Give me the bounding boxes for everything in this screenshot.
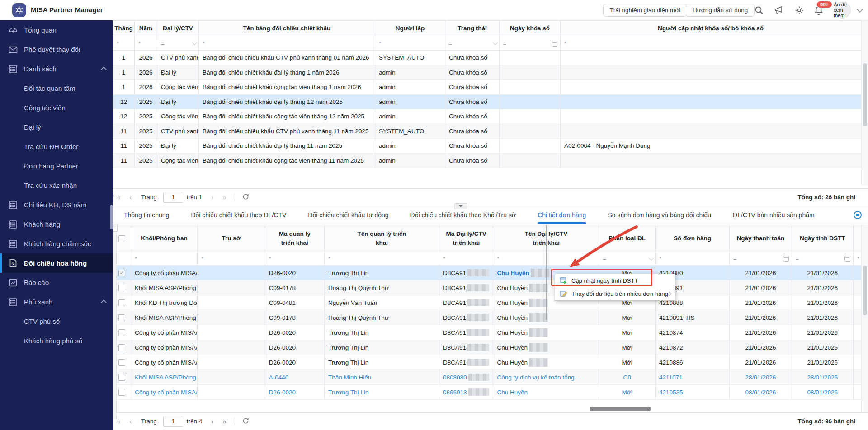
- horizontal-scrollbar-thumb[interactable]: [590, 407, 651, 411]
- table-row[interactable]: 12026Cộng tác viênBảng đối chiếu chiết k…: [113, 80, 861, 95]
- row-checkbox[interactable]: [118, 299, 125, 306]
- table-row[interactable]: 112025Cộng tác viênBảng đối chiếu chiết …: [113, 154, 861, 168]
- row-checkbox[interactable]: [118, 344, 125, 351]
- row-checkbox[interactable]: [118, 285, 125, 291]
- filter-operator[interactable]: *: [138, 40, 141, 47]
- filter-operator[interactable]: *: [379, 40, 381, 47]
- sidebar-item-oi-tac-quan-tam[interactable]: Đối tác quan tâm: [0, 79, 113, 98]
- filter-operator[interactable]: *: [564, 40, 566, 47]
- table-row[interactable]: 112025Đại lýBảng đối chiếu chiết khấu đạ…: [113, 139, 861, 154]
- sidebar-item-khach-hang[interactable]: Khách hàng: [0, 215, 113, 234]
- filter-operator[interactable]: *: [659, 255, 661, 262]
- top-column-header[interactable]: Năm: [135, 21, 157, 36]
- filter-operator[interactable]: =: [603, 255, 606, 262]
- table-row[interactable]: 122025Cộng tác viênBảng đối chiếu chiết …: [113, 109, 861, 124]
- tab-1[interactable]: Đối chiếu chiết khấu theo ĐL/CTV: [191, 206, 286, 224]
- bottom-filter-cell[interactable]: =: [792, 252, 854, 265]
- sidebar-collapse-icon[interactable]: ‹: [113, 190, 117, 201]
- next-page-icon[interactable]: ›: [207, 193, 218, 201]
- bottom-filter-cell[interactable]: =: [599, 252, 655, 265]
- chevron-up-icon[interactable]: [101, 299, 107, 305]
- sidebar-item-tra-cuu-h-order[interactable]: Tra cứu ĐH Order: [0, 137, 113, 156]
- top-filter-cell[interactable]: *: [135, 37, 157, 50]
- top-column-header[interactable]: Người lập: [375, 21, 445, 36]
- app-logo[interactable]: [12, 3, 26, 17]
- bottom-column-header[interactable]: Tên quản lý triển khai: [325, 225, 439, 252]
- bottom-filter-cell[interactable]: *: [854, 252, 861, 265]
- chevron-down-icon[interactable]: [493, 40, 498, 45]
- filter-operator[interactable]: *: [117, 40, 119, 47]
- filter-operator[interactable]: *: [135, 255, 137, 262]
- top-column-header[interactable]: Tháng: [113, 21, 135, 36]
- row-checkbox[interactable]: [118, 359, 125, 366]
- sidebar-item-phe-duyet-thay-oi[interactable]: Phê duyệt thay đổi: [0, 40, 113, 59]
- sidebar-item-danh-sach[interactable]: Danh sách: [0, 59, 113, 79]
- bottom-column-header[interactable]: Khối/Phòng ban: [131, 225, 198, 252]
- table-row[interactable]: ✓Công ty cổ phần MISA/Khối ...D26-0020Tr…: [113, 266, 861, 280]
- sidebar-item-oi-chieu-hoa-hong[interactable]: Đối chiếu hoa hồng: [0, 253, 113, 273]
- refresh-icon[interactable]: [240, 417, 251, 425]
- calendar-icon[interactable]: [844, 256, 850, 262]
- filter-operator[interactable]: *: [201, 255, 203, 262]
- row-checkbox[interactable]: [118, 374, 125, 381]
- top-column-header[interactable]: Tên bảng đối chiếu chiết khấu: [199, 21, 375, 36]
- frozen-pane-handle[interactable]: [113, 225, 118, 232]
- sidebar-item-khach-hang-phu-so[interactable]: Khách hàng phủ số: [0, 331, 113, 351]
- sidebar-item-ai-ly[interactable]: Đại lý: [0, 117, 113, 137]
- bottom-filter-cell[interactable]: =: [730, 252, 792, 265]
- bottom-filter-cell[interactable]: *: [325, 252, 439, 265]
- row-checkbox[interactable]: [118, 329, 125, 336]
- search-icon[interactable]: [754, 5, 764, 15]
- table-row[interactable]: Công ty cổ phần MISA/Khối ...D26-0020Trư…: [113, 340, 861, 355]
- sidebar-item-tong-quan[interactable]: Tổng quan: [0, 20, 113, 40]
- top-column-header[interactable]: Ngày khóa sổ: [500, 21, 561, 36]
- filter-operator[interactable]: =: [161, 40, 165, 47]
- sidebar-item-ctv-phu-so[interactable]: CTV phủ số: [0, 312, 113, 331]
- sidebar-item-on-hang-partner[interactable]: Đơn hàng Partner: [0, 156, 113, 176]
- page-input[interactable]: [163, 192, 183, 203]
- filter-operator[interactable]: *: [497, 255, 499, 262]
- tab-5[interactable]: So sánh đơn hàng và bảng đối chiếu: [608, 206, 711, 224]
- page-input[interactable]: [163, 416, 183, 427]
- bottom-filter-cell[interactable]: *: [656, 252, 730, 265]
- sidebar-item-cong-tac-vien[interactable]: Cộng tác viên: [0, 98, 113, 117]
- filter-operator[interactable]: =: [733, 255, 737, 262]
- next-page-icon[interactable]: ›: [207, 417, 218, 425]
- table-row[interactable]: 112025CTV phủ xanhBảng đối chiếu chiếu k…: [113, 124, 861, 139]
- top-column-header[interactable]: Đại lý/CTV: [157, 21, 199, 36]
- tab-2[interactable]: Đối chiếu chiết khấu tự động: [308, 206, 388, 224]
- bottom-vertical-scrollbar[interactable]: [861, 225, 868, 412]
- guide-button[interactable]: Hướng dẫn sử dụng: [686, 4, 755, 17]
- filter-operator[interactable]: *: [269, 255, 271, 262]
- tab-active[interactable]: Chi tiết đơn hàng: [538, 206, 586, 224]
- table-row[interactable]: 122025Đại lýBảng đối chiếu chiết khấu đạ…: [113, 95, 861, 110]
- filter-operator[interactable]: =: [449, 40, 453, 47]
- grid-settings-icon[interactable]: [854, 211, 862, 219]
- table-row[interactable]: Công ty cổ phần MISA/Khối ...D26-0020Trư…: [113, 325, 861, 340]
- chevron-down-icon[interactable]: [649, 255, 654, 260]
- new-ui-button[interactable]: Trải nghiệm giao diện mới: [603, 4, 687, 17]
- bottom-column-header[interactable]: Trụ sở: [198, 225, 265, 252]
- bottom-filter-cell[interactable]: *: [131, 252, 198, 265]
- bottom-filter-cell[interactable]: *: [198, 252, 265, 265]
- filter-operator[interactable]: *: [328, 255, 330, 262]
- select-all-checkbox[interactable]: [118, 235, 125, 242]
- top-filter-cell[interactable]: *: [199, 37, 375, 50]
- chevron-down-icon[interactable]: [857, 6, 863, 13]
- tab-6[interactable]: ĐL/CTV bán nhiều sản phẩm: [733, 206, 815, 224]
- calendar-icon[interactable]: [552, 41, 557, 47]
- filter-operator[interactable]: *: [857, 255, 859, 262]
- last-page-icon[interactable]: »: [218, 417, 230, 425]
- bottom-column-header[interactable]: Phân loại ĐL: [599, 225, 655, 252]
- sidebar-item-phu-xanh[interactable]: Phủ xanh: [0, 292, 113, 312]
- menu-item-cap-nhat-ngay-tinh-dstt[interactable]: Cập nhật ngày tính DSTT: [555, 274, 675, 287]
- filter-operator[interactable]: =: [796, 255, 799, 262]
- gear-icon[interactable]: [794, 5, 804, 15]
- row-checkbox[interactable]: [118, 389, 125, 396]
- megaphone-icon[interactable]: [774, 5, 784, 15]
- chevron-down-icon[interactable]: [192, 40, 197, 45]
- tab-0[interactable]: Thông tin chung: [124, 206, 169, 224]
- table-row[interactable]: Công ty cổ phần MISA/Khối ...D26-0020Trư…: [113, 355, 861, 370]
- bottom-column-header[interactable]: [854, 225, 861, 252]
- row-checkbox[interactable]: [118, 314, 125, 321]
